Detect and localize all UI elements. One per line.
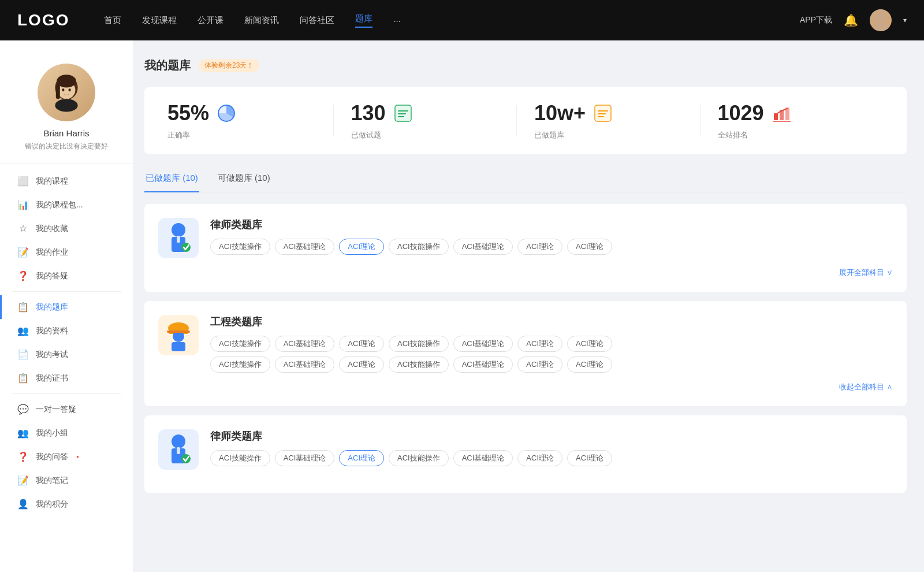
svg-rect-34 [177,447,180,454]
svg-point-9 [69,88,71,91]
sidebar-label-homework: 我的作业 [36,247,68,258]
svg-point-32 [172,434,185,448]
sidebar-label-certificates: 我的证书 [36,373,68,384]
tag-eng2-theory-2[interactable]: ACI理论 [517,356,562,373]
sidebar-item-homework[interactable]: 📝 我的作业 [0,240,133,264]
main-wrapper: Brian Harris 错误的决定比没有决定要好 ⬜ 我的课程 📊 我的课程包… [0,40,924,572]
tag-eng-theory-3[interactable]: ACI理论 [567,336,612,352]
sidebar-item-exams[interactable]: 📄 我的考试 [0,343,133,366]
app-download-button[interactable]: APP下载 [800,15,832,25]
qbank-lawyer-1-tags: ACI技能操作 ACI基础理论 ACI理论 ACI技能操作 ACI基础理论 AC… [210,239,893,255]
tag-eng-skill-2[interactable]: ACI技能操作 [389,336,449,352]
expand-link-engineer-1[interactable]: 收起全部科目 ∧ [839,382,893,391]
sidebar-label-notes: 我的笔记 [36,476,68,486]
done-questions-icon [393,103,413,124]
svg-rect-31 [167,330,190,333]
qbank-card-lawyer-2-header: 律师类题库 ACI技能操作 ACI基础理论 ACI理论 ACI技能操作 ACI基… [158,429,893,470]
tag-aci-theory-active[interactable]: ACI理论 [339,239,384,255]
expand-link-lawyer-1[interactable]: 展开全部科目 ∨ [839,268,893,277]
tag-eng2-skill-2[interactable]: ACI技能操作 [389,356,449,373]
tag-l2-skill-2[interactable]: ACI技能操作 [389,450,449,466]
tag-eng-skill-1[interactable]: ACI技能操作 [210,336,270,352]
svg-point-8 [62,88,64,91]
svg-point-1 [873,23,889,31]
sidebar-item-points[interactable]: 👤 我的积分 [0,492,133,516]
logo[interactable]: LOGO [17,11,69,29]
qbank-card-lawyer-1: 律师类题库 ACI技能操作 ACI基础理论 ACI理论 ACI技能操作 ACI基… [144,204,907,292]
qbank-card-engineer-1: 工程类题库 ACI技能操作 ACI基础理论 ACI理论 ACI技能操作 ACI基… [144,301,907,406]
sidebar-item-group[interactable]: 👥 我的小组 [0,421,133,445]
sidebar-item-one-on-one[interactable]: 💬 一对一答疑 [0,398,133,421]
stat-ranking-top: 1029 [718,101,792,125]
nav-news[interactable]: 新闻资讯 [244,15,279,26]
tag-aci-theory-2[interactable]: ACI理论 [517,239,562,255]
tag-aci-theory-3[interactable]: ACI理论 [567,239,612,255]
tag-l2-theory-3[interactable]: ACI理论 [567,450,612,466]
sidebar-label-favorites: 我的收藏 [36,224,68,234]
tag-aci-basic-2[interactable]: ACI基础理论 [453,239,513,255]
nav-open-course[interactable]: 公开课 [198,15,223,26]
tag-aci-skill[interactable]: ACI技能操作 [210,239,270,255]
sidebar-item-my-qa[interactable]: ❓ 我的问答 ● [0,445,133,469]
nav-question-bank[interactable]: 题库 [355,13,372,28]
tag-eng-basic-2[interactable]: ACI基础理论 [453,336,513,352]
tag-eng2-basic-2[interactable]: ACI基础理论 [453,356,513,373]
tag-eng-basic-1[interactable]: ACI基础理论 [275,336,335,352]
sidebar-item-courses[interactable]: ⬜ 我的课程 [0,169,133,193]
sidebar-item-questions[interactable]: ❓ 我的答疑 [0,264,133,288]
tag-l2-theory-active[interactable]: ACI理论 [339,450,384,466]
sidebar-label-courses: 我的课程 [36,176,68,187]
qbank-card-lawyer-2: 律师类题库 ACI技能操作 ACI基础理论 ACI理论 ACI技能操作 ACI基… [144,415,907,493]
qbank-lawyer-icon-2 [158,429,199,470]
sidebar-item-notes[interactable]: 📝 我的笔记 [0,469,133,492]
qbank-engineer-1-tags-row2: ACI技能操作 ACI基础理论 ACI理论 ACI技能操作 ACI基础理论 AC… [210,356,893,373]
user-avatar[interactable] [870,9,892,31]
tag-eng-theory-2[interactable]: ACI理论 [517,336,562,352]
page-header: 我的题库 体验剩余23天！ [144,58,907,73]
sidebar-item-favorites[interactable]: ☆ 我的收藏 [0,217,133,240]
tag-l2-basic-2[interactable]: ACI基础理论 [453,450,513,466]
navbar: LOGO 首页 发现课程 公开课 新闻资讯 问答社区 题库 ··· APP下载 … [0,0,924,40]
tag-eng2-theory-3[interactable]: ACI理论 [567,356,612,373]
sidebar-item-question-bank[interactable]: 📋 我的题库 [0,295,133,319]
stat-done-banks: 10w+ 已做题库 [517,101,701,140]
sidebar-label-my-qa: 我的问答 [36,452,68,462]
one-on-one-icon: 💬 [17,404,29,415]
avatar-placeholder [870,9,892,31]
nav-qa[interactable]: 问答社区 [300,15,334,26]
tag-l2-theory-2[interactable]: ACI理论 [517,450,562,466]
stat-accuracy-top: 55% [167,101,237,125]
tag-l2-basic-1[interactable]: ACI基础理论 [275,450,335,466]
profile-avatar [38,64,95,121]
notification-bell-icon[interactable]: 🔔 [844,13,858,27]
tag-eng2-basic-1[interactable]: ACI基础理论 [275,356,335,373]
qbank-lawyer-2-info: 律师类题库 ACI技能操作 ACI基础理论 ACI理论 ACI技能操作 ACI基… [210,429,893,466]
sidebar-label-materials: 我的资料 [36,326,68,336]
nav-more[interactable]: ··· [393,16,401,25]
tag-eng2-theory-1[interactable]: ACI理论 [339,356,384,373]
stat-done-questions: 130 已做试题 [334,101,517,140]
tab-done-banks[interactable]: 已做题库 (10) [144,168,199,192]
tab-available-banks[interactable]: 可做题库 (10) [217,168,271,192]
qbank-lawyer-1-info: 律师类题库 ACI技能操作 ACI基础理论 ACI理论 ACI技能操作 ACI基… [210,218,893,255]
svg-point-7 [55,99,77,112]
stat-done-questions-label: 已做试题 [351,130,381,140]
tag-l2-skill-1[interactable]: ACI技能操作 [210,450,270,466]
divider-2 [12,393,121,394]
nav-discover[interactable]: 发现课程 [142,15,177,26]
sidebar-item-certificates[interactable]: 📋 我的证书 [0,366,133,390]
tag-aci-skill-2[interactable]: ACI技能操作 [389,239,449,255]
tag-eng2-skill-1[interactable]: ACI技能操作 [210,356,270,373]
nav-home[interactable]: 首页 [104,15,121,26]
favorites-icon: ☆ [17,223,29,234]
content-area: 我的题库 体验剩余23天！ 55% 正确率 [133,40,924,572]
svg-rect-30 [172,342,185,351]
qbank-lawyer-2-name: 律师类题库 [210,429,893,443]
sidebar: Brian Harris 错误的决定比没有决定要好 ⬜ 我的课程 📊 我的课程包… [0,40,133,572]
tag-aci-basic[interactable]: ACI基础理论 [275,239,335,255]
user-dropdown-arrow[interactable]: ▾ [903,16,907,24]
sidebar-item-course-packages[interactable]: 📊 我的课程包... [0,193,133,217]
qbank-card-lawyer-1-header: 律师类题库 ACI技能操作 ACI基础理论 ACI理论 ACI技能操作 ACI基… [158,218,893,258]
sidebar-item-materials[interactable]: 👥 我的资料 [0,319,133,343]
tag-eng-theory-1[interactable]: ACI理论 [339,336,384,352]
